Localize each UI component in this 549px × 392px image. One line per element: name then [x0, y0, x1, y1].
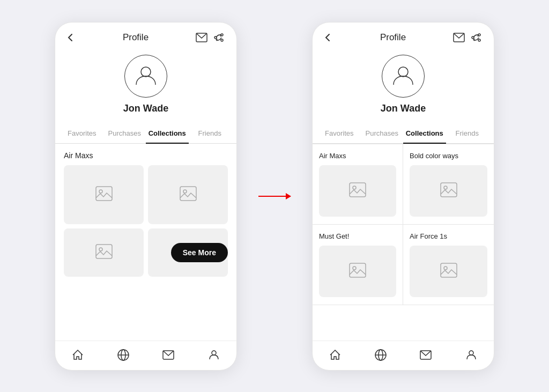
svg-point-10: [99, 248, 102, 251]
right-tabs: Favorites Purchases Collections Friends: [313, 124, 494, 144]
left-collection-title: Air Maxs: [64, 151, 228, 160]
left-tabs: Favorites Purchases Collections Friends: [55, 124, 236, 144]
svg-rect-27: [441, 263, 457, 277]
right-profile-name: Jon Wade: [381, 103, 426, 114]
svg-point-18: [478, 34, 480, 36]
svg-point-8: [183, 190, 187, 193]
left-grid-cell-1: [64, 165, 144, 224]
right-mail-icon-button[interactable]: [453, 33, 465, 42]
svg-rect-25: [350, 263, 366, 277]
svg-point-20: [398, 67, 408, 77]
left-tab-purchases[interactable]: Purchases: [103, 124, 146, 144]
right-coll-img-4: [410, 246, 487, 297]
right-coll-img-2: [410, 165, 487, 217]
right-coll-title-3: Must Get!: [319, 232, 396, 240]
left-grid-cell-2: [148, 165, 228, 224]
left-top-grid: [64, 165, 228, 224]
svg-rect-5: [96, 187, 112, 201]
svg-point-24: [444, 186, 447, 189]
transition-arrow: [258, 196, 291, 197]
left-grid-cell-3: [64, 228, 144, 277]
right-tab-friends[interactable]: Friends: [446, 124, 489, 144]
right-collections-grid: Air Maxs Bold color ways: [313, 144, 494, 305]
svg-point-22: [353, 186, 356, 189]
svg-point-3: [221, 39, 223, 41]
right-avatar-icon: [390, 62, 416, 90]
left-share-icon-button[interactable]: [214, 33, 226, 42]
left-nav-globe[interactable]: [117, 349, 130, 361]
arrow-line: [258, 196, 291, 197]
left-tab-friends[interactable]: Friends: [189, 124, 232, 144]
right-nav-globe[interactable]: [374, 349, 387, 361]
svg-point-33: [469, 351, 473, 355]
right-header: Profile: [313, 23, 494, 48]
svg-point-6: [99, 190, 102, 193]
right-header-icons: [453, 33, 483, 42]
right-back-button[interactable]: [323, 33, 333, 42]
right-profile-section: Jon Wade: [313, 48, 494, 124]
right-coll-img-3: [319, 246, 396, 297]
left-img-placeholder-1: [95, 186, 113, 203]
left-tab-collections[interactable]: Collections: [146, 124, 189, 144]
right-coll-title-1: Air Maxs: [319, 152, 396, 160]
left-avatar-icon: [133, 62, 159, 90]
svg-rect-23: [441, 183, 457, 197]
svg-rect-21: [350, 183, 366, 197]
left-nav-profile[interactable]: [207, 349, 220, 361]
scene: Profile: [33, 1, 516, 392]
svg-point-2: [221, 34, 223, 36]
left-phone: Profile: [55, 22, 237, 371]
left-header-icons: [196, 33, 226, 42]
right-img-placeholder-3: [349, 263, 366, 280]
right-nav-mail[interactable]: [419, 349, 432, 361]
right-coll-title-2: Bold color ways: [410, 152, 487, 160]
svg-point-17: [472, 36, 474, 39]
svg-point-4: [141, 67, 151, 77]
svg-point-15: [212, 351, 216, 355]
see-more-button[interactable]: See More: [171, 243, 228, 262]
right-bottom-nav: [313, 341, 494, 370]
svg-point-26: [353, 267, 356, 270]
left-header: Profile: [55, 23, 236, 48]
right-nav-home[interactable]: [329, 349, 342, 361]
left-bottom-nav: [55, 341, 236, 370]
left-grid-cell-4: See More: [148, 228, 228, 277]
left-page-title: Profile: [123, 32, 149, 43]
right-coll-card-air-maxs: Air Maxs: [313, 144, 403, 225]
right-page-title: Profile: [380, 32, 406, 43]
right-tab-favorites[interactable]: Favorites: [318, 124, 361, 144]
svg-point-1: [214, 36, 217, 39]
left-profile-section: Jon Wade: [55, 48, 236, 124]
left-collection-section: Air Maxs: [55, 144, 236, 277]
right-coll-card-must-get: Must Get!: [313, 225, 403, 305]
left-nav-mail[interactable]: [162, 349, 175, 361]
right-tab-purchases[interactable]: Purchases: [361, 124, 404, 144]
left-tab-favorites[interactable]: Favorites: [61, 124, 103, 144]
right-img-placeholder-1: [349, 182, 366, 199]
right-phone: Profile: [312, 22, 494, 371]
right-coll-card-bold-color-ways: Bold color ways: [403, 144, 494, 225]
right-coll-title-4: Air Force 1s: [410, 232, 487, 240]
svg-rect-7: [180, 187, 196, 201]
svg-point-19: [478, 39, 480, 41]
right-coll-img-1: [319, 165, 396, 217]
left-see-more-row: See More: [64, 228, 228, 277]
right-tab-collections[interactable]: Collections: [403, 124, 446, 144]
left-avatar: [124, 55, 167, 98]
right-img-placeholder-4: [440, 263, 457, 280]
svg-rect-9: [96, 245, 112, 258]
left-img-placeholder-3: [95, 244, 113, 261]
left-profile-name: Jon Wade: [123, 103, 168, 114]
right-share-icon-button[interactable]: [471, 33, 483, 42]
right-img-placeholder-2: [440, 182, 457, 199]
left-collections-content: Air Maxs: [55, 144, 236, 341]
left-nav-home[interactable]: [71, 349, 84, 361]
left-img-placeholder-2: [180, 186, 197, 203]
left-back-button[interactable]: [66, 33, 76, 42]
svg-point-28: [444, 267, 447, 270]
left-mail-icon-button[interactable]: [196, 33, 207, 42]
right-avatar: [382, 55, 425, 98]
right-coll-card-air-force-1s: Air Force 1s: [403, 225, 494, 305]
right-nav-profile[interactable]: [465, 349, 478, 361]
